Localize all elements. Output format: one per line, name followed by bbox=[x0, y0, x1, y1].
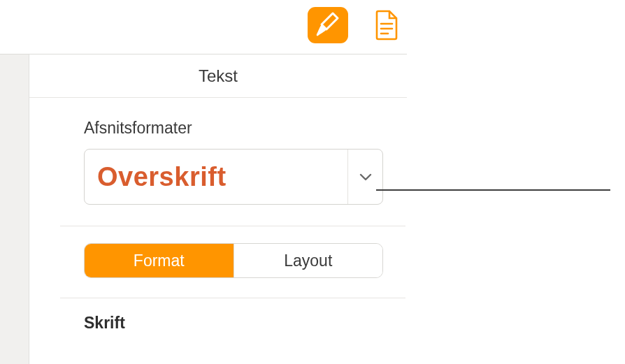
segment-layout[interactable]: Layout bbox=[234, 244, 383, 277]
segment-layout-label: Layout bbox=[284, 252, 332, 270]
divider bbox=[60, 298, 405, 298]
paragraph-styles-label: Afsnitsformater bbox=[29, 98, 407, 145]
toolbar bbox=[0, 0, 407, 54]
chevron-down-icon bbox=[359, 173, 372, 181]
paragraph-style-caret[interactable] bbox=[347, 150, 382, 204]
paragraph-style-dropdown[interactable]: Overskrift bbox=[84, 149, 383, 205]
panel-tab-text[interactable]: Tekst bbox=[29, 54, 407, 98]
segment-format-label: Format bbox=[134, 252, 185, 270]
left-gutter bbox=[0, 54, 29, 364]
format-toolbar-button[interactable] bbox=[308, 7, 348, 43]
font-section-label: Skrift bbox=[29, 314, 407, 333]
paintbrush-icon bbox=[314, 11, 342, 39]
document-toolbar-button[interactable] bbox=[366, 7, 407, 43]
panel-tab-label: Tekst bbox=[199, 66, 238, 86]
paragraph-style-value: Overskrift bbox=[85, 162, 347, 192]
divider bbox=[60, 226, 405, 226]
segment-format[interactable]: Format bbox=[85, 244, 234, 277]
format-panel: Tekst Afsnitsformater Overskrift Format bbox=[29, 54, 407, 364]
format-layout-segmented[interactable]: Format Layout bbox=[84, 243, 383, 278]
callout-line bbox=[376, 189, 610, 191]
document-icon bbox=[374, 10, 399, 41]
